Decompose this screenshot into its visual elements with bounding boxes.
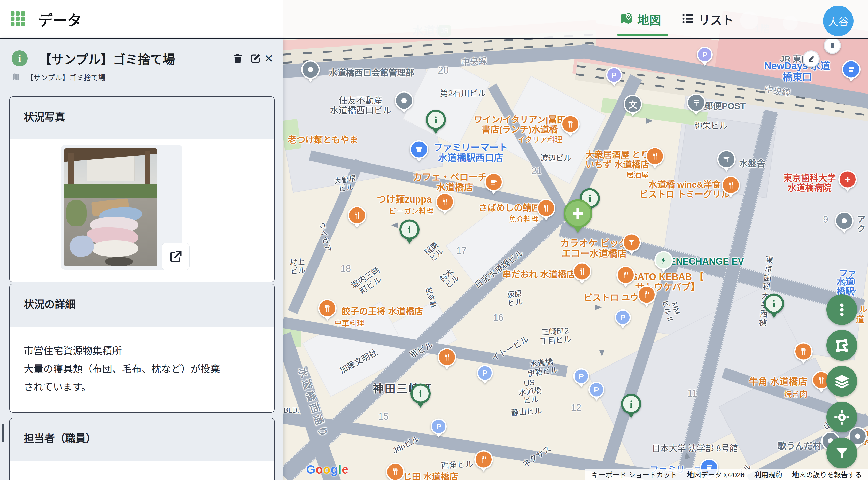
record-layer-name: 【サンプル】ゴミ捨て場 [26, 72, 105, 82]
delete-button[interactable] [228, 49, 247, 67]
map-label: 串だおれ 水道橋店 [502, 269, 575, 279]
map-marker-fork[interactable] [348, 206, 366, 231]
map-marker-hosp[interactable] [838, 170, 857, 195]
map-marker-fork[interactable] [646, 147, 664, 172]
detail-card: 状況の詳細 市営住宅資源物集積所 大量の寝具類（布団、毛布、枕など）が投棄 され… [9, 284, 275, 413]
plus-marker-icon [564, 200, 592, 228]
map-label: 水盤舎 [739, 159, 766, 169]
map-marker-fork[interactable] [438, 348, 456, 372]
map-marker-cocktail[interactable] [622, 233, 641, 258]
staff-card: 担当者（職員） [9, 418, 275, 480]
map-label: 17 [456, 246, 467, 256]
app-grid-icon[interactable] [9, 10, 26, 28]
map-label: 牛角 水道橋店 [749, 377, 807, 387]
map-label: 大衆居酒屋 とり いちず 水道橋店 [585, 150, 649, 170]
map-marker-plus[interactable] [564, 200, 592, 237]
post-marker-icon: 〒 [687, 93, 706, 112]
tab-map[interactable]: 地図 [619, 0, 661, 38]
user-avatar[interactable]: 大谷 [823, 6, 854, 36]
info-marker-icon: i [621, 394, 641, 414]
photo-thumbnail[interactable] [64, 148, 157, 266]
map-marker-store[interactable] [410, 140, 428, 165]
map-marker-fork[interactable] [637, 286, 656, 310]
map-marker-info[interactable]: i [410, 384, 431, 411]
map-marker-info[interactable]: i [426, 110, 446, 138]
terms-link[interactable]: 利用規約 [754, 470, 782, 479]
map-control-locate-button[interactable] [827, 402, 857, 432]
map-data-copyright: 地図データ ©2026 [687, 470, 745, 479]
edit-button[interactable] [247, 49, 265, 67]
map-marker-pb[interactable]: P [588, 382, 604, 404]
map-marker-pp[interactable]: P [697, 47, 713, 69]
pp-marker-icon: P [606, 67, 622, 83]
map-control-polygon-button[interactable] [827, 330, 857, 361]
tab-list-label: リスト [698, 10, 734, 28]
map-marker-fork[interactable] [561, 115, 580, 140]
map-marker-pb[interactable]: P [615, 309, 631, 331]
map-marker-school[interactable]: 文 [624, 95, 642, 119]
map-label: 11 [687, 388, 697, 399]
map-label: 郵便POST [704, 101, 746, 111]
map-marker-store[interactable] [842, 60, 861, 85]
pb-marker-icon: P [431, 419, 447, 434]
map-marker-fork[interactable] [721, 176, 740, 201]
map-marker-fork[interactable] [616, 266, 635, 290]
detail-panel: i 【サンプル】ゴミ捨て場 ✕ 【サンプル】ゴミ捨て場 状況写真 [0, 39, 283, 480]
map-label: ビーガン料理 [389, 207, 434, 215]
map-marker-pb[interactable]: P [431, 419, 447, 441]
map-marker-fork[interactable] [794, 342, 813, 367]
pp-marker-icon: P [697, 47, 713, 63]
map-marker-dot[interactable] [835, 212, 854, 236]
hosp-marker-icon [838, 170, 857, 189]
map-marker-info[interactable]: i [399, 219, 420, 247]
tab-list[interactable]: リスト [681, 0, 734, 38]
pb-marker-icon: P [615, 309, 631, 326]
map-label: ビストロ ユウ [584, 293, 639, 302]
map-marker-door[interactable] [824, 37, 841, 54]
map-marker-dot[interactable] [301, 60, 320, 85]
map-label: 渡辺ビル [540, 154, 571, 162]
active-tab-underline [617, 34, 668, 36]
road-arrow [389, 222, 398, 228]
map-marker-pb[interactable]: P [477, 365, 493, 387]
map-marker-fork[interactable] [386, 463, 405, 480]
map-marker-torii[interactable] [717, 150, 736, 175]
map-label: NewDays 水道橋東口 [762, 60, 833, 82]
staff-card-title: 担当者（職員） [10, 418, 274, 445]
keyboard-shortcuts-link[interactable]: キーボード ショートカット [592, 470, 677, 479]
door-marker-icon [824, 37, 841, 54]
map-marker-coffee[interactable] [485, 173, 503, 198]
map-marker-fork[interactable] [573, 262, 591, 287]
map-marker-fork[interactable] [474, 450, 493, 475]
tab-map-label: 地図 [637, 10, 661, 28]
map-marker-pb[interactable]: P [573, 368, 589, 390]
map-marker-post[interactable]: 〒 [687, 93, 706, 118]
map-label: 第2石川ビル [440, 89, 486, 98]
sidebar-scrollbar[interactable] [2, 424, 4, 442]
google-logo[interactable]: Google [306, 462, 348, 476]
map-control-filter-button[interactable] [827, 438, 857, 469]
open-photo-external-icon[interactable] [162, 243, 189, 270]
view-tabbar: 地図 リスト [283, 0, 868, 38]
pb-marker-icon: P [588, 382, 604, 398]
report-map-error-link[interactable]: 地図の誤りを報告する [792, 470, 862, 479]
fork-marker-icon [537, 199, 555, 217]
fork-marker-icon [794, 342, 813, 361]
map-marker-fork[interactable] [537, 199, 555, 223]
map-label: 16 [493, 312, 503, 323]
map-label: さばめしの鯖匠 [479, 203, 540, 213]
close-button[interactable]: ✕ [265, 49, 283, 67]
map-label: アク [857, 215, 865, 234]
map-marker-fork[interactable] [318, 299, 337, 324]
map-control-layers-button[interactable] [827, 366, 857, 396]
map-marker-pencil[interactable] [803, 50, 820, 67]
map-marker-info[interactable]: i [764, 294, 784, 321]
map-label: 荻原 ビル [506, 289, 523, 308]
map-marker-info[interactable]: i [621, 394, 641, 422]
map-marker-ev[interactable] [654, 251, 673, 276]
info-marker-icon: i [426, 110, 446, 130]
map-control-more-button[interactable] [827, 294, 857, 325]
map-marker-fork[interactable] [436, 193, 454, 217]
map-marker-dot[interactable] [395, 91, 413, 116]
map-marker-pp[interactable]: P [606, 67, 622, 89]
